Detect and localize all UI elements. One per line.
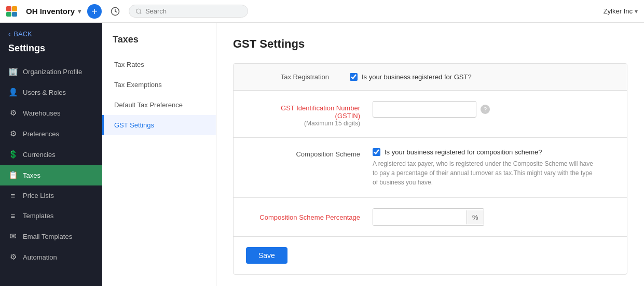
sidebar-item-currencies[interactable]: 💲 Currencies [0,144,102,165]
taxes-nav-tax-rates[interactable]: Tax Rates [102,54,216,75]
composition-scheme-checkbox[interactable] [373,148,380,156]
sidebar-item-email-templates[interactable]: ✉ Email Templates [0,226,102,247]
sidebar-item-price-lists[interactable]: ≡ Price Lists [0,185,102,206]
sidebar-label-currencies: Currencies [23,151,56,159]
taxes-panel: Taxes Tax Rates Tax Exemptions Default T… [102,23,216,286]
sidebar-label-warehouses: Warehouses [23,109,61,117]
svg-rect-0 [6,6,11,11]
gst-registered-label: Is your business registered for GST? [362,73,472,81]
preferences-icon: ⚙ [8,129,18,138]
composition-percentage-row: Composition Scheme Percentage % [234,198,627,237]
sidebar-label-preferences: Preferences [23,130,59,138]
composition-scheme-label: Composition Scheme [246,148,360,158]
gstin-controls: ? [373,101,490,118]
warehouses-icon: ⚙ [8,108,18,118]
save-button[interactable]: Save [246,247,287,264]
sidebar-label-org-profile: Organization Profile [23,68,82,76]
composition-percentage-label: Composition Scheme Percentage [246,213,360,221]
composition-scheme-checkbox-label: Is your business registered for composit… [385,148,542,156]
composition-scheme-row: Composition Scheme Is your business regi… [234,138,627,198]
sidebar-item-users-roles[interactable]: 👤 Users & Roles [0,82,102,103]
sidebar-label-automation: Automation [23,253,57,261]
back-button[interactable]: ‹ BACK [0,23,102,41]
org-profile-icon: 🏢 [8,67,18,76]
composition-percentage-input-wrap: % [373,208,484,226]
sidebar-label-price-lists: Price Lists [23,192,54,199]
history-button[interactable] [108,4,122,19]
gstin-label: GST Identification Number (GSTIN) (Maxim… [246,101,360,127]
taxes-nav-default-tax-preference[interactable]: Default Tax Preference [102,95,216,115]
svg-point-5 [136,9,141,13]
sidebar-label-users-roles: Users & Roles [23,89,66,96]
zoho-logo-icon [6,6,23,17]
search-box[interactable] [129,5,248,18]
search-icon [135,8,142,15]
taxes-icon: 📋 [8,170,18,180]
composition-scheme-content: Is your business registered for composit… [373,148,596,187]
brand-chevron-icon: ▾ [78,8,81,15]
taxes-nav-gst-settings[interactable]: GST Settings [102,115,216,135]
users-roles-icon: 👤 [8,88,18,97]
gst-registered-checkbox-row: Is your business registered for GST? [350,73,472,81]
sidebar-item-org-profile[interactable]: 🏢 Organization Profile [0,61,102,82]
brand-name: OH Inventory [26,7,75,16]
percentage-symbol: % [467,210,484,224]
composition-checkbox-row: Is your business registered for composit… [373,148,596,156]
gst-registered-checkbox[interactable] [350,73,358,81]
top-navigation: OH Inventory ▾ + Zylker Inc ▾ [0,0,644,23]
composition-scheme-description: A registered tax payer, who is registere… [373,159,596,187]
add-button[interactable]: + [87,4,102,19]
gstin-input[interactable] [373,101,476,118]
taxes-nav-tax-exemptions[interactable]: Tax Exemptions [102,75,216,95]
svg-line-6 [140,12,141,13]
sidebar-label-taxes: Taxes [23,171,40,179]
sidebar: ‹ BACK Settings 🏢 Organization Profile 👤… [0,23,102,286]
sidebar-item-templates[interactable]: ≡ Templates [0,206,102,226]
taxes-panel-title: Taxes [102,23,216,54]
sidebar-title: Settings [0,41,102,61]
org-chevron-icon: ▾ [635,8,638,15]
org-name: Zylker Inc [604,7,633,15]
sidebar-label-templates: Templates [23,212,53,220]
gstin-help-icon[interactable]: ? [481,105,490,114]
sidebar-item-preferences[interactable]: ⚙ Preferences [0,123,102,144]
back-label: BACK [13,30,32,38]
svg-rect-2 [6,12,11,17]
automation-icon: ⚙ [8,252,18,262]
email-templates-icon: ✉ [8,232,18,241]
brand-logo[interactable]: OH Inventory ▾ [6,6,81,17]
sidebar-item-automation[interactable]: ⚙ Automation [0,247,102,267]
price-lists-icon: ≡ [8,191,18,200]
gstin-max-hint: (Maximum 15 digits) [246,120,360,127]
sidebar-item-warehouses[interactable]: ⚙ Warehouses [0,103,102,123]
gstin-row: GST Identification Number (GSTIN) (Maxim… [234,91,627,138]
content-area: GST Settings Tax Registration Is your bu… [216,23,644,286]
sidebar-label-email-templates: Email Templates [23,233,72,240]
sidebar-item-taxes[interactable]: 📋 Taxes [0,165,102,185]
composition-percentage-input[interactable] [373,209,467,225]
page-title: GST Settings [233,37,627,51]
gst-settings-card: Tax Registration Is your business regist… [233,63,627,275]
tax-registration-label: Tax Registration [246,73,329,81]
currencies-icon: 💲 [8,150,18,159]
search-input[interactable] [145,7,241,15]
main-layout: ‹ BACK Settings 🏢 Organization Profile 👤… [0,23,644,286]
svg-rect-1 [12,6,17,11]
templates-icon: ≡ [8,211,18,220]
save-row: Save [234,237,627,274]
back-chevron-icon: ‹ [8,30,10,38]
svg-rect-3 [12,12,17,17]
tax-registration-row: Tax Registration Is your business regist… [234,64,627,91]
org-selector[interactable]: Zylker Inc ▾ [604,7,638,15]
